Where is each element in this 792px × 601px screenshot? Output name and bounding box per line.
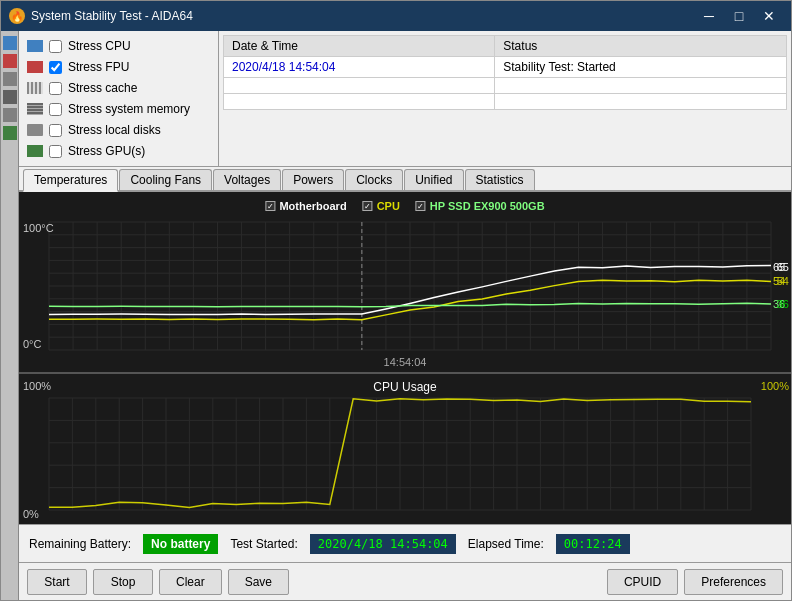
col-status: Status <box>495 36 787 57</box>
temp-legend: ✓ Motherboard ✓ CPU ✓ HP SSD EX900 500GB <box>265 200 544 212</box>
date-cell: 2020/4/18 14:54:04 <box>224 57 495 78</box>
tab-clocks[interactable]: Clocks <box>345 169 403 190</box>
app-icon: 🔥 <box>9 8 25 24</box>
window-controls: ─ □ ✕ <box>695 6 783 26</box>
mb-check: ✓ <box>265 201 275 211</box>
tab-cooling-fans[interactable]: Cooling Fans <box>119 169 212 190</box>
cpu-label-legend: CPU <box>377 200 400 212</box>
temp-y-max: 100°C <box>23 222 54 234</box>
stress-cache-row: Stress cache <box>27 79 210 97</box>
tabs-bar: Temperatures Cooling Fans Voltages Power… <box>19 167 791 192</box>
tab-statistics[interactable]: Statistics <box>465 169 535 190</box>
tab-powers[interactable]: Powers <box>282 169 344 190</box>
gpu-icon <box>27 145 43 157</box>
main-panel: Stress CPU Stress FPU Stress cache <box>19 31 791 600</box>
stress-cpu-label: Stress CPU <box>68 39 131 53</box>
preferences-button[interactable]: Preferences <box>684 569 783 595</box>
title-bar: 🔥 System Stability Test - AIDA64 ─ □ ✕ <box>1 1 791 31</box>
stress-cache-checkbox[interactable] <box>49 82 62 95</box>
battery-value: No battery <box>143 534 218 554</box>
stress-fpu-label: Stress FPU <box>68 60 129 74</box>
disk-icon <box>27 124 43 136</box>
ssd-check: ✓ <box>416 201 426 211</box>
sidebar-icon-3 <box>3 72 17 86</box>
stress-cpu-row: Stress CPU <box>27 37 210 55</box>
main-content: Stress CPU Stress FPU Stress cache <box>1 31 791 600</box>
cpu-icon <box>27 40 43 52</box>
temp-chart: ✓ Motherboard ✓ CPU ✓ HP SSD EX900 500GB… <box>19 192 791 374</box>
stress-fpu-row: Stress FPU <box>27 58 210 76</box>
legend-ssd: ✓ HP SSD EX900 500GB <box>416 200 545 212</box>
mb-value: 65 <box>777 261 789 273</box>
stress-fpu-checkbox[interactable] <box>49 61 62 74</box>
temp-y-min: 0°C <box>23 338 41 350</box>
window-title: System Stability Test - AIDA64 <box>31 9 695 23</box>
stress-disk-label: Stress local disks <box>68 123 161 137</box>
temp-time: 14:54:04 <box>384 356 427 368</box>
charts-area: ✓ Motherboard ✓ CPU ✓ HP SSD EX900 500GB… <box>19 192 791 524</box>
save-button[interactable]: Save <box>228 569 289 595</box>
stress-disk-row: Stress local disks <box>27 121 210 139</box>
stress-cache-label: Stress cache <box>68 81 137 95</box>
top-area: Stress CPU Stress FPU Stress cache <box>19 31 791 167</box>
cpu-value-right: 100% <box>761 380 789 392</box>
stress-mem-checkbox[interactable] <box>49 103 62 116</box>
stress-disk-checkbox[interactable] <box>49 124 62 137</box>
clear-button[interactable]: Clear <box>159 569 222 595</box>
elapsed-label: Elapsed Time: <box>468 537 544 551</box>
empty-row-2 <box>224 94 787 110</box>
ssd-label: HP SSD EX900 500GB <box>430 200 545 212</box>
legend-cpu: ✓ CPU <box>363 200 400 212</box>
sidebar-icon-5 <box>3 108 17 122</box>
sidebar-icon-4 <box>3 90 17 104</box>
status-row: 2020/4/18 14:54:04 Stability Test: Start… <box>224 57 787 78</box>
stress-gpu-row: Stress GPU(s) <box>27 142 210 160</box>
buttons-bar: Start Stop Clear Save CPUID Preferences <box>19 562 791 600</box>
stress-cpu-checkbox[interactable] <box>49 40 62 53</box>
cpu-check: ✓ <box>363 201 373 211</box>
close-button[interactable]: ✕ <box>755 6 783 26</box>
cpuid-button[interactable]: CPUID <box>607 569 678 595</box>
stress-mem-label: Stress system memory <box>68 102 190 116</box>
col-datetime: Date & Time <box>224 36 495 57</box>
battery-label: Remaining Battery: <box>29 537 131 551</box>
status-bar: Remaining Battery: No battery Test Start… <box>19 524 791 562</box>
legend-motherboard: ✓ Motherboard <box>265 200 346 212</box>
sidebar-icon-1 <box>3 36 17 50</box>
main-window: 🔥 System Stability Test - AIDA64 ─ □ ✕ <box>0 0 792 601</box>
stress-gpu-label: Stress GPU(s) <box>68 144 145 158</box>
cpu-value: 54 <box>777 275 789 287</box>
left-sidebar <box>1 31 19 600</box>
status-cell: Stability Test: Started <box>495 57 787 78</box>
tab-voltages[interactable]: Voltages <box>213 169 281 190</box>
stress-gpu-checkbox[interactable] <box>49 145 62 158</box>
test-started-label: Test Started: <box>230 537 297 551</box>
minimize-button[interactable]: ─ <box>695 6 723 26</box>
sidebar-icon-2 <box>3 54 17 68</box>
mem-icon <box>27 103 43 115</box>
fpu-icon <box>27 61 43 73</box>
ssd-value: 36 <box>777 298 789 310</box>
elapsed-value: 00:12:24 <box>556 534 630 554</box>
tab-temperatures[interactable]: Temperatures <box>23 169 118 192</box>
mb-label: Motherboard <box>279 200 346 212</box>
cache-icon <box>27 82 43 94</box>
sidebar-icon-6 <box>3 126 17 140</box>
tab-unified[interactable]: Unified <box>404 169 463 190</box>
test-started-value: 2020/4/18 14:54:04 <box>310 534 456 554</box>
cpu-canvas <box>19 374 791 524</box>
stop-button[interactable]: Stop <box>93 569 153 595</box>
cpu-y-max: 100% <box>23 380 51 392</box>
cpu-y-min: 0% <box>23 508 39 520</box>
empty-row-1 <box>224 78 787 94</box>
status-table-area: Date & Time Status 2020/4/18 14:54:04 St… <box>219 31 791 166</box>
temp-canvas <box>19 192 791 372</box>
stress-mem-row: Stress system memory <box>27 100 210 118</box>
checkboxes-panel: Stress CPU Stress FPU Stress cache <box>19 31 219 166</box>
cpu-usage-title: CPU Usage <box>373 380 436 394</box>
status-table: Date & Time Status 2020/4/18 14:54:04 St… <box>223 35 787 110</box>
start-button[interactable]: Start <box>27 569 87 595</box>
cpu-usage-chart: CPU Usage 100% 0% 100% <box>19 374 791 524</box>
maximize-button[interactable]: □ <box>725 6 753 26</box>
